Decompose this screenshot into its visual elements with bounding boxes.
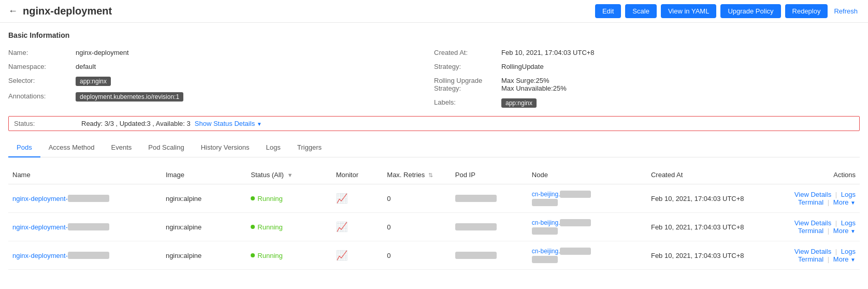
cell-image-0: nginx:alpine	[162, 184, 247, 213]
terminal-link-2[interactable]: Terminal	[798, 255, 823, 263]
cell-status-2: Running	[247, 241, 331, 270]
tab-pods[interactable]: Pods	[8, 138, 40, 157]
info-right-col: Created At: Feb 10, 2021, 17:04:03 UTC+8…	[434, 46, 860, 111]
status-value: Ready: 3/3 , Updated:3 , Available: 3	[81, 120, 191, 127]
info-created-row: Created At: Feb 10, 2021, 17:04:03 UTC+8	[434, 46, 860, 60]
sep1-2: |	[835, 248, 837, 255]
col-header-name: Name	[8, 166, 162, 184]
tab-events[interactable]: Events	[103, 138, 140, 157]
running-status-2: Running	[251, 252, 327, 259]
monitor-chart-icon-2[interactable]: 📈	[336, 250, 348, 261]
tab-logs[interactable]: Logs	[258, 138, 289, 157]
sep1-1: |	[835, 219, 837, 227]
info-labels-value: app:nginx	[501, 98, 537, 108]
cell-monitor-0[interactable]: 📈	[332, 184, 383, 213]
cell-monitor-1[interactable]: 📈	[332, 213, 383, 241]
info-selector-value: app:nginx	[76, 77, 111, 86]
table-row: nginx-deployment- nginx:alpine Running 📈…	[8, 184, 860, 213]
cell-pod-ip-1	[451, 213, 528, 241]
cell-name-1: nginx-deployment-	[8, 213, 162, 241]
info-labels-label: Labels:	[434, 98, 501, 106]
pod-name-link-0[interactable]: nginx-deployment-	[12, 195, 68, 203]
pod-name-link-2[interactable]: nginx-deployment-	[12, 252, 68, 259]
terminal-link-1[interactable]: Terminal	[798, 227, 823, 235]
cell-monitor-2[interactable]: 📈	[332, 241, 383, 270]
node-blurred-1	[560, 219, 591, 226]
view-details-link-2[interactable]: View Details	[794, 248, 831, 255]
tab-access-method[interactable]: Access Method	[40, 138, 103, 157]
back-button[interactable]: ←	[8, 6, 18, 17]
table-row: nginx-deployment- nginx:alpine Running 📈…	[8, 213, 860, 241]
cell-node-0: cn-beijing.	[528, 184, 647, 213]
more-dropdown-0[interactable]: More ▼	[833, 198, 856, 206]
pod-name-blurred-1	[68, 223, 109, 230]
view-details-link-0[interactable]: View Details	[794, 191, 831, 198]
col-header-node: Node	[528, 166, 647, 184]
node-blurred-0	[560, 191, 591, 198]
running-status-0: Running	[251, 195, 327, 203]
info-strategy-value: RollingUpdate	[501, 63, 544, 70]
node-link-2[interactable]: cn-beijing.	[532, 248, 560, 255]
pod-name-blurred-2	[68, 252, 109, 259]
cell-created-1: Feb 10, 2021, 17:04:03 UTC+8	[647, 213, 766, 241]
monitor-chart-icon-0[interactable]: 📈	[336, 193, 348, 204]
view-details-link-1[interactable]: View Details	[794, 219, 831, 227]
cell-name-0: nginx-deployment-	[8, 184, 162, 213]
info-created-value: Feb 10, 2021, 17:04:03 UTC+8	[501, 49, 595, 56]
upgrade-policy-button[interactable]: Upgrade Policy	[720, 4, 780, 18]
terminal-link-0[interactable]: Terminal	[798, 198, 823, 206]
basic-info-grid: Name: nginx-deployment Namespace: defaul…	[8, 46, 860, 111]
page-title: nginx-deployment	[23, 5, 112, 17]
info-namespace-label: Namespace:	[8, 63, 76, 70]
node-link-1[interactable]: cn-beijing.	[532, 219, 560, 226]
info-selector-row: Selector: app:nginx	[8, 74, 434, 89]
info-left-col: Name: nginx-deployment Namespace: defaul…	[8, 46, 434, 111]
header: ← nginx-deployment Edit Scale View in YA…	[0, 0, 868, 23]
cell-name-2: nginx-deployment-	[8, 241, 162, 270]
sep2-0: |	[828, 198, 829, 206]
col-header-pod-ip: Pod IP	[451, 166, 528, 184]
info-created-label: Created At:	[434, 49, 501, 56]
sep1-0: |	[835, 191, 837, 198]
col-header-retries[interactable]: Max. Retries ⇅	[383, 166, 451, 184]
col-header-image: Image	[162, 166, 247, 184]
header-left: ← nginx-deployment	[8, 5, 112, 17]
cell-actions-1: View Details | Logs Terminal | More ▼	[766, 213, 860, 241]
tab-history-versions[interactable]: History Versions	[193, 138, 258, 157]
node-blurred-2	[560, 248, 591, 255]
info-strategy-label: Strategy:	[434, 63, 501, 70]
node-link-0[interactable]: cn-beijing.	[532, 191, 560, 198]
content: Basic Information Name: nginx-deployment…	[0, 23, 868, 278]
header-actions: Edit Scale View in YAML Upgrade Policy R…	[595, 4, 860, 18]
cell-image-1: nginx:alpine	[162, 213, 247, 241]
refresh-button[interactable]: Refresh	[832, 4, 860, 18]
cell-status-1: Running	[247, 213, 331, 241]
pod-ip-blurred-1	[455, 223, 497, 230]
redeploy-button[interactable]: Redeploy	[785, 4, 828, 18]
pod-name-link-1[interactable]: nginx-deployment-	[12, 223, 68, 231]
show-status-details-link[interactable]: Show Status Details ▼	[195, 120, 262, 127]
edit-button[interactable]: Edit	[595, 4, 621, 18]
logs-link-0[interactable]: Logs	[841, 191, 856, 198]
node-ip-blurred-1	[532, 227, 558, 235]
tab-triggers[interactable]: Triggers	[289, 138, 330, 157]
basic-info-title: Basic Information	[8, 31, 860, 39]
pods-table: Name Image Status (All) ▼ Monitor Max. R…	[8, 166, 860, 270]
more-arrow-icon-2: ▼	[850, 257, 856, 263]
more-dropdown-1[interactable]: More ▼	[833, 227, 856, 235]
scale-button[interactable]: Scale	[625, 4, 657, 18]
monitor-chart-icon-1[interactable]: 📈	[336, 222, 348, 232]
cell-actions-0: View Details | Logs Terminal | More ▼	[766, 184, 860, 213]
info-namespace-row: Namespace: default	[8, 60, 434, 74]
cell-pod-ip-2	[451, 241, 528, 270]
logs-link-1[interactable]: Logs	[841, 219, 856, 227]
col-header-status[interactable]: Status (All) ▼	[247, 166, 331, 184]
running-dot-0	[251, 196, 255, 200]
view-yaml-button[interactable]: View in YAML	[661, 4, 717, 18]
table-body: nginx-deployment- nginx:alpine Running 📈…	[8, 184, 860, 270]
running-dot-2	[251, 253, 255, 257]
logs-link-2[interactable]: Logs	[841, 248, 856, 255]
tab-pod-scaling[interactable]: Pod Scaling	[140, 138, 192, 157]
sep2-2: |	[828, 255, 829, 263]
more-dropdown-2[interactable]: More ▼	[833, 255, 856, 263]
